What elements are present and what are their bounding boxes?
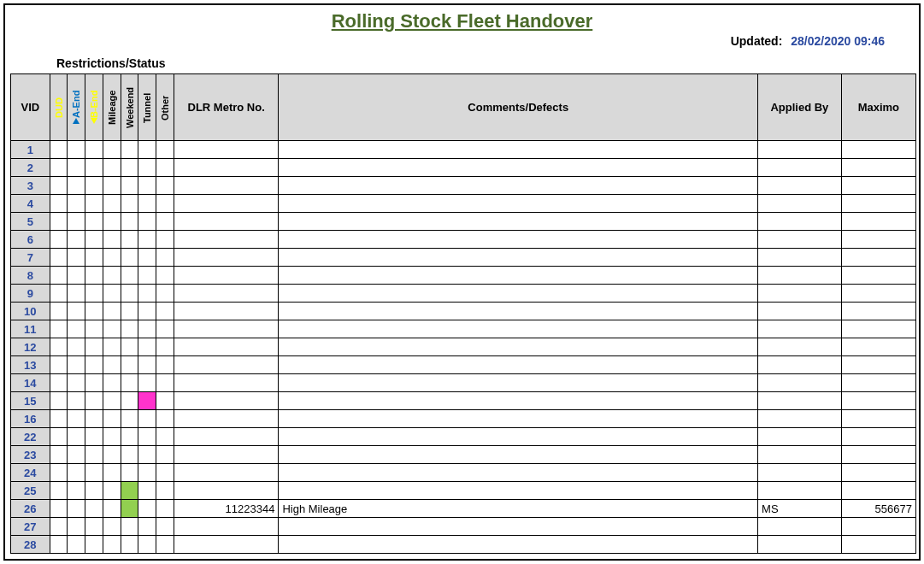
cell-tunnel (138, 356, 156, 374)
cell-metro (174, 338, 279, 356)
col-status-dud: DUD (50, 74, 68, 141)
cell-weekend (121, 303, 138, 320)
cell-other (156, 374, 174, 392)
cell-metro (174, 177, 279, 195)
cell-a-end (68, 464, 85, 482)
cell-weekend (121, 141, 138, 159)
cell-mileage (103, 392, 121, 410)
cell-b-end (85, 195, 103, 213)
cell-comments (279, 518, 758, 536)
cell-dud (50, 231, 68, 249)
cell-other (156, 518, 174, 536)
row-number: 4 (11, 195, 50, 213)
cell-weekend (121, 518, 138, 536)
cell-applied-by (758, 141, 842, 159)
cell-b-end (85, 374, 103, 392)
cell-a-end (68, 536, 85, 554)
cell-comments (279, 249, 758, 267)
cell-applied-by (758, 536, 842, 554)
cell-dud (50, 464, 68, 482)
cell-dud (50, 482, 68, 500)
cell-b-end (85, 482, 103, 500)
table-row: 22 (11, 428, 916, 446)
cell-maximo (841, 303, 915, 320)
cell-dud (50, 303, 68, 320)
cell-other (156, 303, 174, 320)
cell-weekend (121, 356, 138, 374)
cell-mileage (103, 446, 121, 464)
cell-maximo (841, 464, 915, 482)
cell-mileage (103, 428, 121, 446)
table-row: 27 (11, 518, 916, 536)
cell-applied-by (758, 428, 842, 446)
cell-mileage (103, 141, 121, 159)
cell-a-end (68, 320, 85, 338)
row-number: 26 (11, 500, 50, 518)
cell-weekend (121, 177, 138, 195)
cell-comments (279, 374, 758, 392)
cell-applied-by (758, 320, 842, 338)
cell-a-end (68, 374, 85, 392)
cell-weekend (121, 500, 138, 518)
table-row: 14 (11, 374, 916, 392)
cell-other (156, 500, 174, 518)
cell-mileage (103, 303, 121, 320)
cell-a-end (68, 141, 85, 159)
cell-a-end (68, 303, 85, 320)
cell-applied-by (758, 267, 842, 285)
cell-metro (174, 159, 279, 177)
row-number: 23 (11, 446, 50, 464)
cell-applied-by (758, 410, 842, 428)
cell-applied-by (758, 482, 842, 500)
cell-b-end (85, 356, 103, 374)
cell-weekend (121, 374, 138, 392)
cell-a-end (68, 356, 85, 374)
table-row: 3 (11, 177, 916, 195)
cell-a-end (68, 231, 85, 249)
cell-mileage (103, 518, 121, 536)
cell-metro (174, 536, 279, 554)
cell-applied-by (758, 303, 842, 320)
cell-metro (174, 464, 279, 482)
table-row: 23 (11, 446, 916, 464)
col-metro: DLR Metro No. (174, 74, 279, 141)
cell-mileage (103, 195, 121, 213)
cell-comments (279, 177, 758, 195)
cell-applied-by (758, 195, 842, 213)
cell-other (156, 446, 174, 464)
cell-b-end (85, 159, 103, 177)
cell-other (156, 195, 174, 213)
cell-dud (50, 410, 68, 428)
cell-metro (174, 374, 279, 392)
row-number: 10 (11, 303, 50, 320)
cell-comments (279, 320, 758, 338)
table-row: 8 (11, 267, 916, 285)
cell-tunnel (138, 249, 156, 267)
cell-other (156, 410, 174, 428)
cell-applied-by (758, 374, 842, 392)
triangle-down-icon (73, 117, 79, 123)
cell-b-end (85, 446, 103, 464)
cell-b-end (85, 213, 103, 231)
col-status-b-end: B-End (85, 74, 103, 141)
cell-maximo (841, 446, 915, 464)
cell-metro: 11223344 (174, 500, 279, 518)
row-number: 25 (11, 482, 50, 500)
cell-applied-by (758, 213, 842, 231)
cell-dud (50, 428, 68, 446)
cell-tunnel (138, 177, 156, 195)
cell-weekend (121, 231, 138, 249)
cell-comments (279, 392, 758, 410)
col-applied-by: Applied By (758, 74, 842, 141)
cell-mileage (103, 410, 121, 428)
row-number: 7 (11, 249, 50, 267)
table-row: 25 (11, 482, 916, 500)
cell-tunnel (138, 446, 156, 464)
cell-applied-by (758, 285, 842, 303)
cell-other (156, 392, 174, 410)
cell-metro (174, 249, 279, 267)
cell-tunnel (138, 141, 156, 159)
cell-comments (279, 446, 758, 464)
cell-metro (174, 303, 279, 320)
cell-tunnel (138, 320, 156, 338)
